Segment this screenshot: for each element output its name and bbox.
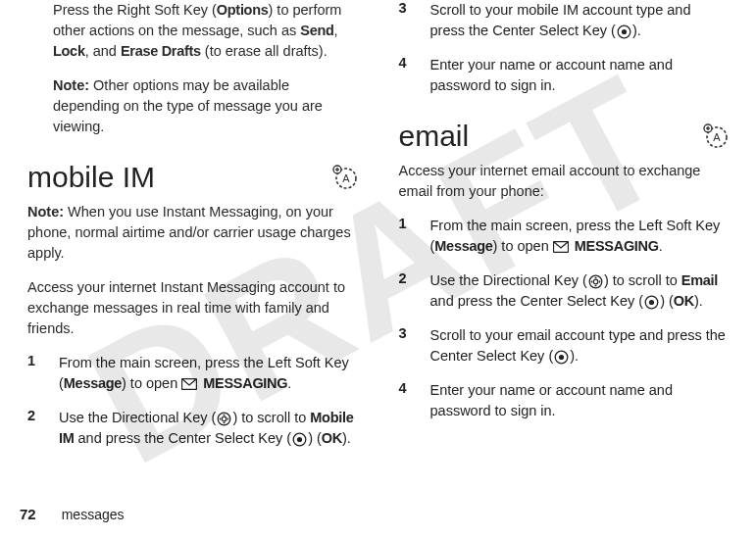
svg-point-7 <box>223 416 227 421</box>
svg-point-23 <box>559 355 564 360</box>
svg-point-21 <box>649 300 654 305</box>
email-step-2: 2 Use the Directional Key () to scroll t… <box>399 270 730 312</box>
note-label: Note: <box>27 204 64 220</box>
text: ). <box>342 430 351 446</box>
email-step-4: 4 Enter your name or account name and pa… <box>399 380 730 421</box>
email-target-label: Email <box>681 272 718 288</box>
text: , <box>334 23 338 38</box>
step-number: 3 <box>399 0 415 41</box>
message-key-label: Message <box>64 375 122 391</box>
text: ). <box>694 293 703 309</box>
text: ) to scroll to <box>604 272 681 288</box>
text: ). <box>632 23 641 38</box>
svg-text:A: A <box>342 172 350 184</box>
heading-text: mobile IM <box>27 161 155 194</box>
step-2: 2 Use the Directional Key () to scroll t… <box>27 408 358 449</box>
step-number: 4 <box>399 380 415 421</box>
step-number: 2 <box>27 408 43 449</box>
text: (to erase all drafts). <box>201 43 328 59</box>
svg-point-9 <box>297 437 302 442</box>
text: , and <box>85 43 121 59</box>
access-paragraph: Access your internet Instant Messaging a… <box>27 277 358 339</box>
text: ) ( <box>308 430 322 446</box>
email-step-1: 1 From the main screen, press the Left S… <box>399 216 730 257</box>
text: Use the Directional Key ( <box>430 272 587 288</box>
step-3: 3 Scroll to your mobile IM account type … <box>399 0 730 41</box>
step-4: 4 Enter your name or account name and pa… <box>399 55 730 96</box>
step-number: 2 <box>399 270 415 312</box>
directional-key-icon <box>217 412 231 426</box>
text: Use the Directional Key ( <box>59 410 216 425</box>
messaging-label: MESSAGING <box>575 238 659 254</box>
messaging-label: MESSAGING <box>203 375 287 391</box>
svg-text:A: A <box>713 131 721 143</box>
text: ) to open <box>122 375 181 391</box>
message-key-label: Message <box>434 238 492 254</box>
note-1: Note: Other options may be available dep… <box>53 75 358 137</box>
svg-point-19 <box>593 279 598 284</box>
step-body: Enter your name or account name and pass… <box>430 380 730 421</box>
step-number: 3 <box>399 325 415 367</box>
step-body: Enter your name or account name and pass… <box>430 55 730 96</box>
note-text: Other options may be available depending… <box>53 77 323 134</box>
lock-label: Lock <box>53 43 85 59</box>
feature-badge-icon: A <box>332 165 358 190</box>
ok-label: OK <box>674 293 694 309</box>
center-select-key-icon <box>554 350 569 365</box>
text: . <box>287 375 291 391</box>
step-number: 4 <box>399 55 415 96</box>
options-label: Options <box>217 2 269 18</box>
text: ). <box>570 348 579 364</box>
center-select-key-icon <box>617 24 631 39</box>
text: ) to scroll to <box>232 410 310 425</box>
step-body: From the main screen, press the Left Sof… <box>430 216 730 257</box>
ok-label: OK <box>322 430 342 446</box>
center-select-key-icon <box>292 432 307 447</box>
erase-label: Erase Drafts <box>121 43 201 59</box>
step-number: 1 <box>27 353 43 394</box>
send-label: Send <box>300 23 333 38</box>
email-step-3: 3 Scroll to your email account type and … <box>399 325 730 367</box>
note-text: When you use Instant Messaging, on your … <box>27 204 351 261</box>
access-paragraph-email: Access your internet email account to ex… <box>399 161 730 202</box>
left-column: Press the Right Soft Key (Options) to pe… <box>27 0 358 538</box>
text: . <box>659 238 663 254</box>
intro-paragraph: Press the Right Soft Key (Options) to pe… <box>53 0 358 62</box>
page-number: 72 <box>20 506 36 522</box>
envelope-icon <box>553 241 569 253</box>
footer-section-label: messages <box>62 507 125 522</box>
note-2: Note: When you use Instant Messaging, on… <box>27 202 358 264</box>
svg-point-11 <box>622 29 627 34</box>
text: Press the Right Soft Key ( <box>53 2 217 18</box>
step-body: Scroll to your email account type and pr… <box>430 325 730 367</box>
text: and press the Center Select Key ( <box>430 293 644 309</box>
right-column: 3 Scroll to your mobile IM account type … <box>399 0 730 538</box>
center-select-key-icon <box>644 295 659 310</box>
directional-key-icon <box>588 274 603 289</box>
step-body: Use the Directional Key () to scroll to … <box>59 408 358 449</box>
heading-mobile-im: mobile IM A <box>27 161 358 194</box>
note-label: Note: <box>53 77 89 93</box>
envelope-icon <box>181 378 197 390</box>
step-body: Use the Directional Key () to scroll to … <box>430 270 730 312</box>
step-body: Scroll to your mobile IM account type an… <box>430 0 730 41</box>
page-two-column: Press the Right Soft Key (Options) to pe… <box>0 0 756 538</box>
text: ) ( <box>660 293 674 309</box>
heading-email: email A <box>399 120 730 153</box>
page-footer: 72 messages <box>20 506 125 522</box>
text: Scroll to your mobile IM account type an… <box>430 2 691 38</box>
text: and press the Center Select Key ( <box>75 430 292 446</box>
step-number: 1 <box>399 216 415 257</box>
step-body: From the main screen, press the Left Sof… <box>59 353 358 394</box>
feature-badge-icon: A <box>703 123 729 149</box>
heading-text: email <box>399 120 470 153</box>
text: ) to open <box>493 238 553 254</box>
step-1: 1 From the main screen, press the Left S… <box>27 353 358 394</box>
